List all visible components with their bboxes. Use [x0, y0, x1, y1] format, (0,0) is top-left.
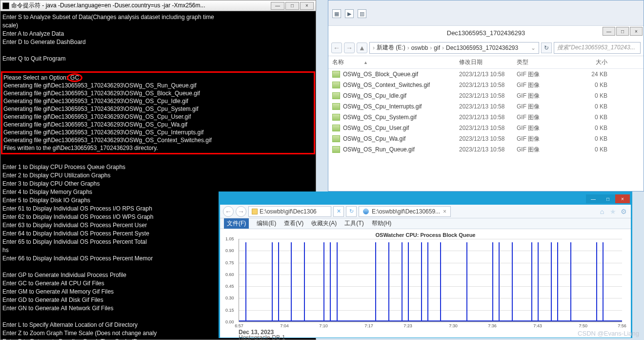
nav-forward-button[interactable]: → — [344, 42, 355, 53]
file-icon — [332, 114, 340, 121]
breadcrumb-sep: › — [430, 44, 432, 51]
chart-spike — [531, 242, 532, 321]
cmd-close-button[interactable]: × — [300, 2, 314, 10]
chart-spike — [330, 242, 331, 321]
sort-indicator-icon: ▲ — [363, 60, 368, 65]
explorer-titlebar[interactable]: Dec13065953_1702436293 — □ × — [328, 26, 644, 40]
chart-spike — [272, 242, 273, 321]
menu-edit[interactable]: 编辑(E) — [257, 219, 276, 228]
gen-line-final: Files written to the gif\Dec13065953_170… — [3, 145, 158, 151]
toolbar-icon[interactable]: ▥ — [358, 9, 366, 18]
breadcrumb-item[interactable]: Dec13065953_1702436293 — [446, 44, 518, 51]
ie-back-button[interactable]: ← — [223, 206, 234, 217]
file-icon — [332, 103, 340, 110]
file-name: OSWg_OS_Cpu_Wa.gif — [343, 135, 459, 142]
ie-close-button[interactable]: × — [615, 194, 630, 203]
ie-titlebar[interactable]: — □ × — [220, 193, 631, 205]
breadcrumb-item[interactable]: 新建卷 (E:) — [377, 43, 405, 52]
file-row[interactable]: OSWg_OS_Context_Switches.gif2023/12/13 1… — [328, 80, 644, 90]
col-name-label[interactable]: 名称 — [332, 59, 344, 65]
toolbar-icon[interactable]: ▦ — [332, 9, 341, 18]
menu-view[interactable]: 查看(V) — [284, 219, 303, 228]
menu-favorites[interactable]: 收藏夹(A) — [311, 219, 337, 228]
breadcrumb-item[interactable]: gif — [434, 44, 440, 51]
file-date: 2023/12/13 10:58 — [459, 82, 517, 88]
file-row[interactable]: OSWg_OS_Cpu_Interrupts.gif2023/12/13 10:… — [328, 101, 644, 112]
file-row[interactable]: OSWg_OS_Cpu_System.gif2023/12/13 10:58GI… — [328, 112, 644, 123]
refresh-button[interactable]: ↻ — [541, 42, 552, 53]
chart-spike — [499, 242, 500, 321]
cmd-maximize-button[interactable]: □ — [285, 2, 299, 10]
chart-title: OSWatcher CPU: Process Block Queue — [225, 232, 626, 238]
ie-nav-bar: ← → E:\oswbb\gif\Dec1306 ✕ ↻ E:\oswbb\gi… — [220, 205, 631, 218]
file-date: 2023/12/13 10:58 — [459, 146, 517, 153]
ie-maximize-button[interactable]: □ — [601, 194, 615, 203]
column-headers[interactable]: 名称▲ 修改日期 类型 大小 — [328, 56, 644, 69]
ie-tab[interactable]: E:\oswbb\gif\Dec130659... × — [359, 206, 451, 217]
file-row[interactable]: OSWg_OS_Cpu_Idle.gif2023/12/13 10:58GIF … — [328, 90, 644, 101]
favorites-icon[interactable]: ★ — [608, 207, 617, 216]
breadcrumb-item[interactable]: oswbb — [411, 44, 428, 51]
file-name: OSWg_OS_Run_Queue.gif — [343, 146, 459, 153]
toolbar-play-icon[interactable]: ▶ — [345, 9, 354, 18]
ie-stop-button[interactable]: ✕ — [333, 206, 344, 217]
chart-spike — [337, 242, 338, 321]
ie-tab-close-icon[interactable]: × — [443, 208, 446, 215]
file-icon — [332, 135, 340, 142]
x-tick-label: 7:50 — [579, 323, 587, 328]
menu-file[interactable]: 文件(F) — [224, 218, 249, 229]
breadcrumb-sep: › — [373, 44, 375, 51]
ie-menu-bar[interactable]: 文件(F) 编辑(E) 查看(V) 收藏夹(A) 工具(T) 帮助(H) — [220, 218, 631, 229]
home-icon[interactable]: ⌂ — [598, 207, 606, 216]
cmd-icon — [2, 2, 9, 9]
chart-baseline — [239, 320, 622, 321]
file-name: OSWg_OS_Cpu_Interrupts.gif — [343, 103, 459, 110]
file-date: 2023/12/13 10:58 — [459, 135, 517, 142]
address-dropdown-icon[interactable]: ⌄ — [531, 44, 536, 51]
chart-spike — [603, 242, 604, 321]
folder-icon — [252, 209, 258, 214]
address-bar[interactable]: › 新建卷 (E:) › oswbb › gif › Dec13065953_1… — [369, 42, 539, 54]
file-row[interactable]: OSWg_OS_Block_Queue.gif2023/12/13 10:58G… — [328, 69, 644, 80]
nav-back-button[interactable]: ← — [331, 42, 342, 53]
x-tick-label: 7:36 — [488, 323, 497, 328]
col-type-label[interactable]: 类型 — [517, 58, 573, 66]
chart-spike — [596, 242, 597, 321]
y-tick-label: 1.05 — [225, 236, 234, 241]
explorer-minimize-button[interactable]: — — [603, 27, 615, 36]
file-size: 0 KB — [573, 92, 607, 99]
chart-plot: 0.000.150.300.450.600.750.901.056:577:04… — [239, 239, 622, 322]
ie-forward-button[interactable]: → — [236, 206, 246, 217]
ie-refresh-button[interactable]: ↻ — [346, 206, 357, 217]
chart-spike — [291, 242, 292, 321]
cmd-titlebar[interactable]: 命令提示符 - java -Duser.language=en -Duser.c… — [0, 0, 316, 11]
file-type: GIF 图像 — [517, 113, 573, 122]
menu-help[interactable]: 帮助(H) — [372, 219, 392, 228]
ie-address-bar[interactable]: E:\oswbb\gif\Dec1306 — [248, 206, 331, 217]
file-row[interactable]: OSWg_OS_Cpu_User.gif2023/12/13 10:58GIF … — [328, 123, 644, 133]
col-size-label[interactable]: 大小 — [573, 58, 607, 66]
menu-tools[interactable]: 工具(T) — [344, 219, 363, 228]
search-input[interactable]: 搜索"Dec13065953_170243... — [554, 42, 641, 54]
explorer-close-button[interactable]: × — [630, 27, 643, 36]
file-row[interactable]: OSWg_OS_Cpu_Wa.gif2023/12/13 10:58GIF 图像… — [328, 133, 644, 144]
file-size: 0 KB — [573, 125, 607, 131]
watermark-text: CSDN @Evans-Liang — [578, 330, 639, 337]
col-date-label[interactable]: 修改日期 — [459, 58, 517, 66]
chart-footer-host: Host=oracle-DB-1 — [239, 335, 626, 340]
explorer-maximize-button[interactable]: □ — [616, 27, 629, 36]
chart-spike — [466, 242, 467, 321]
cmd-minimize-button[interactable]: — — [271, 2, 284, 10]
highlighted-output-box: Please Select an Option:GC Generating fi… — [1, 71, 315, 154]
settings-gear-icon[interactable]: ⚙ — [619, 207, 628, 216]
file-row[interactable]: OSWg_OS_Run_Queue.gif2023/12/13 10:58GIF… — [328, 144, 644, 155]
y-tick-label: 0.60 — [225, 272, 234, 277]
ie-minimize-button[interactable]: — — [586, 194, 601, 203]
file-date: 2023/12/13 10:58 — [459, 103, 517, 110]
breadcrumb-sep: › — [407, 44, 409, 51]
nav-up-button[interactable]: ▲ — [357, 42, 367, 53]
gen-line: Generating file gif\Dec13065953_17024362… — [3, 113, 191, 120]
file-type: GIF 图像 — [517, 135, 573, 143]
cmd-text-pre: Enter S to Analyze Subset of Data(Change… — [2, 14, 214, 62]
file-name: OSWg_OS_Block_Queue.gif — [343, 71, 459, 78]
